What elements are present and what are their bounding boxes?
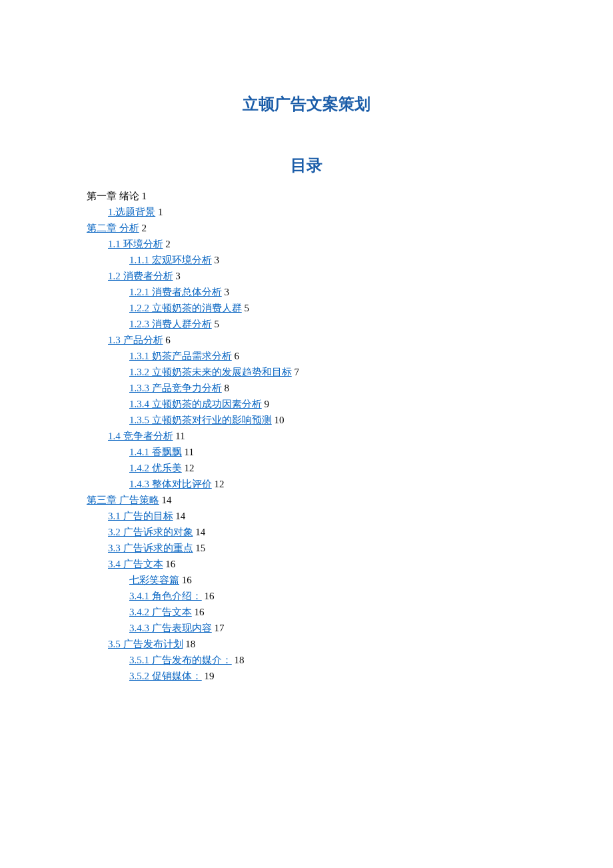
toc-entry: 1.1.1 宏观环境分析 3 (129, 252, 526, 268)
toc-link[interactable]: 3.4 广告文本 (108, 559, 163, 569)
toc-page-number: 5 (245, 303, 250, 313)
toc-entry: 1.4 竞争者分析 11 (108, 428, 526, 444)
toc-link[interactable]: 1.3.5 立顿奶茶对行业的影响预测 (129, 415, 272, 425)
toc-page-number: 11 (185, 447, 194, 457)
toc-entry: 3.4.2 广告文本 16 (129, 604, 526, 620)
toc-link[interactable]: 3.4.1 角色介绍： (129, 591, 202, 601)
toc-link[interactable]: 第三章 广告策略 (87, 495, 159, 505)
toc-entry: 第二章 分析 2 (87, 220, 526, 236)
toc-entry: 1.2.1 消费者总体分析 3 (129, 284, 526, 300)
toc-link[interactable]: 1.4.1 香飘飘 (129, 447, 182, 457)
toc-link[interactable]: 3.5.2 促销媒体： (129, 671, 202, 681)
toc-page-number: 7 (295, 367, 300, 377)
toc-page-number: 19 (205, 671, 215, 681)
toc-entry: 七彩笑容篇 16 (129, 572, 526, 588)
toc-entry: 第三章 广告策略 14 (87, 492, 526, 508)
toc-link[interactable]: 1.3.1 奶茶产品需求分析 (129, 351, 232, 361)
toc-page-number: 9 (265, 399, 270, 409)
toc-page-number: 18 (185, 639, 195, 649)
toc-page-number: 16 (165, 559, 175, 569)
toc-page-number: 16 (195, 607, 205, 617)
toc-link[interactable]: 1.2.3 消费人群分析 (129, 319, 212, 329)
document-title: 立顿广告文案策划 (87, 93, 526, 115)
toc-link[interactable]: 1.3 产品分析 (108, 335, 163, 345)
toc-page-number: 6 (235, 351, 240, 361)
toc-page-number: 14 (162, 495, 172, 505)
toc-page-number: 11 (175, 431, 185, 441)
toc-entry: 1.3.3 产品竞争力分析 8 (129, 380, 526, 396)
toc-entry: 第一章 绪论 1 (87, 188, 526, 204)
toc-entry: 1.2 消费者分析 3 (108, 268, 526, 284)
toc-link[interactable]: 1.3.3 产品竞争力分析 (129, 383, 222, 393)
toc-link[interactable]: 1.选题背景 (108, 207, 155, 217)
toc-entry: 1.3.2 立顿奶茶未来的发展趋势和目标 7 (129, 364, 526, 380)
toc-entry: 1.1 环境分析 2 (108, 236, 526, 252)
toc-link[interactable]: 1.3.4 立顿奶茶的成功因素分析 (129, 399, 262, 409)
toc-page-number: 1 (158, 207, 163, 217)
toc-entry: 1.3.1 奶茶产品需求分析 6 (129, 348, 526, 364)
toc-entry: 3.4 广告文本 16 (108, 556, 526, 572)
toc-page-number: 12 (215, 479, 225, 489)
toc-link[interactable]: 1.2.1 消费者总体分析 (129, 287, 222, 297)
toc-entry: 1.选题背景 1 (108, 204, 526, 220)
toc-entry: 3.5.1 广告发布的媒介： 18 (129, 652, 526, 668)
toc-entry: 1.2.2 立顿奶茶的消费人群 5 (129, 300, 526, 316)
toc-page-number: 16 (182, 575, 192, 585)
toc-page-number: 2 (142, 223, 147, 233)
toc-link[interactable]: 七彩笑容篇 (129, 575, 179, 585)
toc-page-number: 8 (225, 383, 230, 393)
toc-entry: 3.4.3 广告表现内容 17 (129, 620, 526, 636)
toc-link[interactable]: 3.3 广告诉求的重点 (108, 543, 193, 553)
toc-entry: 3.2 广告诉求的对象 14 (108, 524, 526, 540)
toc-link[interactable]: 1.2 消费者分析 (108, 271, 173, 281)
toc-entry: 3.4.1 角色介绍： 16 (129, 588, 526, 604)
toc-link[interactable]: 3.5.1 广告发布的媒介： (129, 655, 232, 665)
toc-link[interactable]: 3.2 广告诉求的对象 (108, 527, 193, 537)
toc-entry: 1.4.2 优乐美 12 (129, 460, 526, 476)
toc-page-number: 14 (195, 527, 205, 537)
toc-link[interactable]: 1.4.3 整体对比评价 (129, 479, 212, 489)
toc-page-number: 18 (235, 655, 245, 665)
toc-link[interactable]: 1.4.2 优乐美 (129, 463, 182, 473)
toc-page-number: 3 (175, 271, 181, 281)
toc-link[interactable]: 1.2.2 立顿奶茶的消费人群 (129, 303, 242, 313)
toc-page-number: 15 (195, 543, 205, 553)
toc-page-number: 16 (205, 591, 215, 601)
toc-link[interactable]: 第二章 分析 (87, 223, 139, 233)
toc-page-number: 6 (165, 335, 171, 345)
toc-page-number: 17 (215, 623, 225, 633)
toc-link[interactable]: 3.4.2 广告文本 (129, 607, 192, 617)
toc-link[interactable]: 1.4 竞争者分析 (108, 431, 173, 441)
toc-page-number: 1 (142, 191, 147, 201)
toc-entry: 1.4.3 整体对比评价 12 (129, 476, 526, 492)
toc-link[interactable]: 3.5 广告发布计划 (108, 639, 183, 649)
toc-page-number: 5 (215, 319, 220, 329)
toc-page-number: 3 (215, 255, 220, 265)
toc-link[interactable]: 1.1.1 宏观环境分析 (129, 255, 212, 265)
toc-link[interactable]: 1.1 环境分析 (108, 239, 163, 249)
toc-page-number: 14 (175, 511, 185, 521)
toc-entry: 3.5.2 促销媒体： 19 (129, 668, 526, 684)
toc-entry: 3.1 广告的目标 14 (108, 508, 526, 524)
toc-entry: 3.5 广告发布计划 18 (108, 636, 526, 652)
toc-link[interactable]: 3.1 广告的目标 (108, 511, 173, 521)
toc-entry: 1.3 产品分析 6 (108, 332, 526, 348)
toc-page-number: 10 (275, 415, 285, 425)
toc-entry: 1.3.4 立顿奶茶的成功因素分析 9 (129, 396, 526, 412)
toc-entry: 3.3 广告诉求的重点 15 (108, 540, 526, 556)
toc-heading: 目录 (87, 155, 526, 176)
toc-link[interactable]: 3.4.3 广告表现内容 (129, 623, 212, 633)
toc-page-number: 3 (225, 287, 230, 297)
toc-entry: 1.2.3 消费人群分析 5 (129, 316, 526, 332)
toc-text: 第一章 绪论 (87, 191, 139, 201)
toc-entry: 1.4.1 香飘飘 11 (129, 444, 526, 460)
toc-link[interactable]: 1.3.2 立顿奶茶未来的发展趋势和目标 (129, 367, 292, 377)
toc-entry: 1.3.5 立顿奶茶对行业的影响预测 10 (129, 412, 526, 428)
toc-page-number: 2 (165, 239, 171, 249)
table-of-contents: 第一章 绪论 11.选题背景 1第二章 分析 21.1 环境分析 21.1.1 … (87, 188, 526, 684)
toc-page-number: 12 (185, 463, 195, 473)
